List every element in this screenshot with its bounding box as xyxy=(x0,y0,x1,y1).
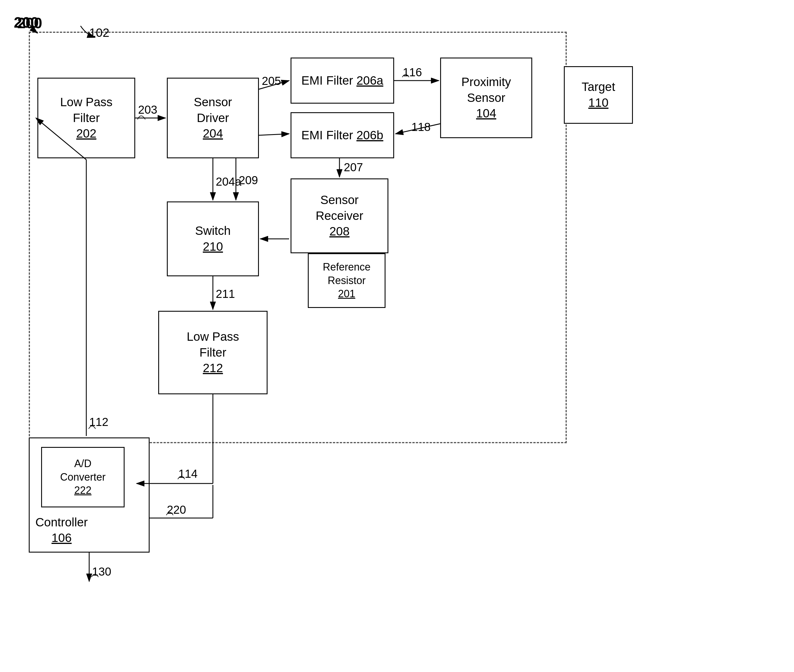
block-emi-filter-206a: EMI Filter 206a xyxy=(291,58,394,104)
target110-label: Target110 xyxy=(582,79,615,110)
controller106-label: Controller106 xyxy=(35,515,88,546)
ad222-label: A/DConverter222 xyxy=(60,457,105,497)
sensor-driver204-label: SensorDriver204 xyxy=(193,94,232,142)
switch210-label: Switch210 xyxy=(195,223,231,254)
block-sensor-receiver-208: SensorReceiver208 xyxy=(291,178,388,253)
lpf202-label: Low PassFilter202 xyxy=(60,94,112,142)
emi206b-label: EMI Filter 206b xyxy=(302,128,383,143)
svg-text:114: 114 xyxy=(178,467,198,480)
label-102: 102 xyxy=(89,26,109,40)
emi206a-label: EMI Filter 206a xyxy=(302,73,383,89)
block-target-110: Target110 xyxy=(564,66,633,124)
receiver208-label: SensorReceiver208 xyxy=(316,192,363,240)
block-switch-210: Switch210 xyxy=(167,202,259,276)
svg-text:220: 220 xyxy=(167,503,186,516)
block-controller-106: Controller106 A/DConverter222 xyxy=(29,437,150,552)
svg-text:130: 130 xyxy=(92,565,111,578)
block-ad-converter-222: A/DConverter222 xyxy=(41,447,125,507)
ref-resistor201-label: ReferenceResistor201 xyxy=(323,261,371,301)
block-lpf202: Low PassFilter202 xyxy=(37,78,135,158)
block-sensor-driver204: SensorDriver204 xyxy=(167,78,259,158)
lpf212-label: Low PassFilter212 xyxy=(187,329,239,376)
block-lpf212: Low PassFilter212 xyxy=(158,311,268,394)
proximity104-label: ProximitySensor104 xyxy=(462,74,511,122)
diagram: 200 102 Low PassFilter202 SensorDriver20… xyxy=(0,0,794,672)
diagram-label-200: 200 xyxy=(14,14,39,31)
block-ref-resistor-201: ReferenceResistor201 xyxy=(308,253,385,308)
block-proximity-sensor-104: ProximitySensor104 xyxy=(440,58,532,138)
block-emi-filter-206b: EMI Filter 206b xyxy=(291,112,394,158)
